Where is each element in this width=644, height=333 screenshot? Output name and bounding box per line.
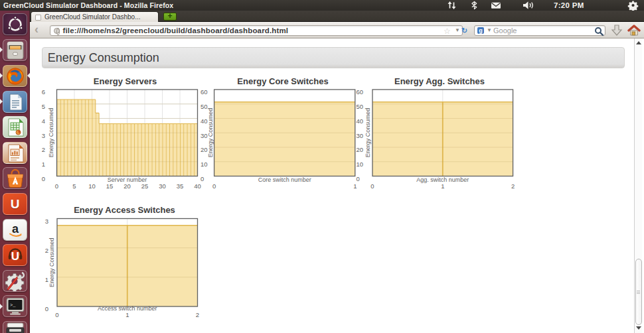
svg-text:Server number: Server number [108,176,147,183]
svg-text:Energy Consumed: Energy Consumed [48,237,55,287]
svg-text:Access switch number: Access switch number [98,305,157,312]
svg-text:5: 5 [72,182,76,190]
svg-text:Energy Consumed: Energy Consumed [207,108,214,158]
svg-text:Energy Servers: Energy Servers [94,76,157,86]
svg-text:6: 6 [42,88,45,96]
svg-text:40: 40 [357,117,364,125]
svg-text:0: 0 [55,311,58,318]
svg-text:1: 1 [353,182,357,190]
svg-text:0: 0 [45,305,48,312]
svg-text:2: 2 [196,311,199,318]
svg-text:1: 1 [42,161,45,168]
svg-text:Core switch number: Core switch number [258,176,311,183]
svg-text:5: 5 [42,103,45,110]
svg-text:15: 15 [106,182,114,190]
svg-text:2: 2 [42,146,45,153]
svg-text:Energy Access Switches: Energy Access Switches [74,205,175,215]
svg-text:0: 0 [42,175,45,182]
svg-text:Energy Agg. Switches: Energy Agg. Switches [394,76,485,86]
svg-text:10: 10 [201,161,208,168]
svg-text:30: 30 [159,182,166,190]
svg-text:U: U [11,250,19,263]
svg-text:60: 60 [201,88,208,96]
svg-text:0: 0 [55,182,58,190]
svg-text:Energy Consumed: Energy Consumed [48,108,54,158]
svg-text:50: 50 [357,103,364,110]
svg-text:Agg. switch number: Agg. switch number [416,176,469,183]
svg-text:10: 10 [357,161,364,168]
svg-text:0: 0 [212,182,216,190]
svg-text:40: 40 [194,182,201,190]
svg-text:>_: >_ [10,302,16,308]
svg-text:Energy Consumed: Energy Consumed [364,108,371,158]
svg-text:4: 4 [42,117,45,125]
svg-text:Energy Core Switches: Energy Core Switches [237,76,328,86]
svg-text:35: 35 [177,182,184,190]
svg-text:0: 0 [201,175,204,182]
svg-text:0: 0 [370,182,374,190]
svg-text:a: a [11,222,19,235]
svg-text:25: 25 [141,182,149,190]
svg-text:20: 20 [357,146,364,153]
svg-text:1: 1 [441,182,444,190]
svg-text:3: 3 [42,132,45,139]
svg-text:0: 0 [357,175,360,182]
svg-text:60: 60 [357,88,364,96]
svg-text:2: 2 [511,182,515,190]
svg-text:3: 3 [45,218,48,225]
svg-text:10: 10 [88,182,96,190]
svg-text:30: 30 [357,132,364,139]
svg-text:20: 20 [123,182,131,190]
